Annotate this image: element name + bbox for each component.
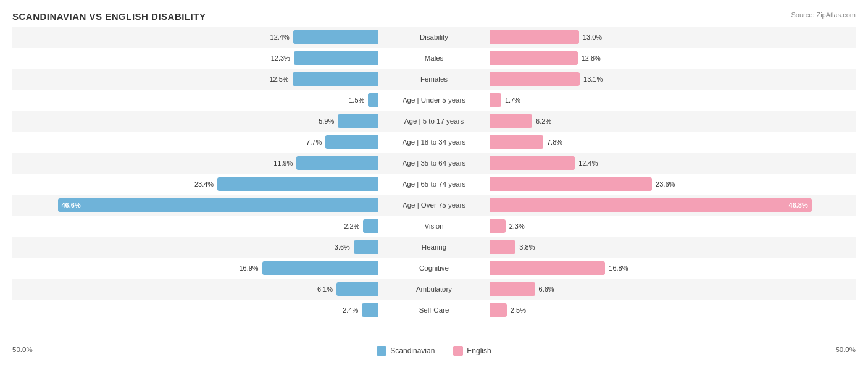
bar-section: 7.7% Age | 18 to 34 years 7.8%: [12, 132, 856, 153]
right-side: 13.0%: [490, 27, 856, 48]
table-row: 46.6% Age | Over 75 years 46.8%: [12, 195, 856, 216]
table-row: 11.9% Age | 35 to 64 years 12.4%: [12, 153, 856, 174]
bar-left: 7.7%: [325, 135, 378, 149]
left-value: 23.4%: [194, 180, 214, 188]
right-side: 23.6%: [490, 174, 856, 195]
bar-left: 12.3%: [294, 51, 378, 65]
left-side: 12.3%: [12, 48, 378, 69]
row-label: Cognitive: [378, 264, 490, 272]
bar-section: 16.9% Cognitive 16.8%: [12, 258, 856, 279]
right-side: 3.8%: [490, 237, 856, 258]
row-label: Ambulatory: [378, 285, 490, 293]
bar-section: 23.4% Age | 65 to 74 years 23.6%: [12, 174, 856, 195]
table-row: 12.4% Disability 13.0%: [12, 27, 856, 48]
right-value: 6.6%: [539, 285, 554, 293]
left-value: 2.4%: [343, 306, 358, 314]
bar-left: 3.6%: [354, 240, 378, 254]
scandinavian-swatch: [377, 346, 386, 356]
bar-right: 12.4%: [490, 156, 575, 170]
bar-left: 11.9%: [296, 156, 378, 170]
left-value: 12.4%: [270, 33, 290, 41]
bar-right: 12.8%: [490, 51, 578, 65]
scandinavian-label: Scandinavian: [390, 346, 435, 355]
left-value: 11.9%: [273, 159, 293, 167]
right-side: 1.7%: [490, 90, 856, 111]
right-value: 13.0%: [583, 33, 602, 41]
row-label: Disability: [378, 33, 490, 41]
legend: Scandinavian English: [377, 346, 491, 356]
row-label: Age | Over 75 years: [378, 201, 490, 209]
left-value: 5.9%: [319, 117, 334, 125]
table-row: 1.5% Age | Under 5 years 1.7%: [12, 90, 856, 111]
bar-section: 1.5% Age | Under 5 years 1.7%: [12, 90, 856, 111]
bar-left: 23.4%: [217, 177, 378, 191]
bar-left: 5.9%: [338, 114, 378, 128]
bar-right: 13.0%: [490, 30, 579, 44]
english-label: English: [467, 346, 491, 355]
table-row: 2.2% Vision 2.3%: [12, 216, 856, 237]
left-side: 5.9%: [12, 111, 378, 132]
bar-section: 3.6% Hearing 3.8%: [12, 237, 856, 258]
right-side: 7.8%: [490, 132, 856, 153]
right-side: 13.1%: [490, 69, 856, 90]
left-value: 2.2%: [344, 222, 359, 230]
bar-section: 5.9% Age | 5 to 17 years 6.2%: [12, 111, 856, 132]
bar-section: 12.5% Females 13.1%: [12, 69, 856, 90]
right-value: 12.4%: [578, 159, 598, 167]
right-value: 7.8%: [547, 138, 562, 146]
bar-left: 6.1%: [336, 282, 378, 296]
right-value: 2.3%: [509, 222, 525, 230]
table-row: 12.3% Males 12.8%: [12, 48, 856, 69]
right-value: 2.5%: [511, 306, 526, 314]
bar-right: 2.3%: [490, 219, 506, 233]
bar-right: 46.8%: [490, 198, 812, 212]
row-label: Age | Under 5 years: [378, 96, 490, 104]
bar-section: 12.3% Males 12.8%: [12, 48, 856, 69]
chart-title: SCANDINAVIAN VS ENGLISH DISABILITY: [12, 11, 856, 22]
table-row: 2.4% Self-Care 2.5%: [12, 300, 856, 321]
left-value: 3.6%: [335, 243, 350, 251]
right-value: 12.8%: [582, 54, 601, 62]
bar-right: 1.7%: [490, 93, 501, 107]
bar-left: 2.4%: [362, 303, 378, 317]
bar-right: 16.8%: [490, 261, 605, 275]
table-row: 12.5% Females 13.1%: [12, 69, 856, 90]
right-value: 23.6%: [656, 180, 675, 188]
bar-section: 2.2% Vision 2.3%: [12, 216, 856, 237]
right-value: 46.8%: [789, 201, 808, 209]
chart-container: SCANDINAVIAN VS ENGLISH DISABILITY Sourc…: [0, 0, 868, 378]
right-value: 13.1%: [583, 75, 603, 83]
right-side: 2.3%: [490, 216, 856, 237]
left-side: 46.6%: [12, 195, 378, 216]
bar-right: 7.8%: [490, 135, 543, 149]
right-value: 1.7%: [505, 96, 520, 104]
axis-left-label: 50.0%: [12, 346, 33, 356]
axis-right-label: 50.0%: [835, 346, 856, 356]
bar-right: 2.5%: [490, 303, 507, 317]
left-side: 1.5%: [12, 90, 378, 111]
bar-right: 3.8%: [490, 240, 515, 254]
bar-left: 46.6%: [58, 198, 379, 212]
table-row: 16.9% Cognitive 16.8%: [12, 258, 856, 279]
right-side: 6.2%: [490, 111, 856, 132]
legend-english: English: [453, 346, 491, 356]
left-value: 46.6%: [62, 201, 81, 209]
left-value: 7.7%: [306, 138, 322, 146]
left-side: 2.4%: [12, 300, 378, 321]
left-side: 16.9%: [12, 258, 378, 279]
bar-right: 6.2%: [490, 114, 532, 128]
bar-left: 2.2%: [363, 219, 378, 233]
right-side: 12.4%: [490, 153, 856, 174]
right-value: 6.2%: [536, 117, 551, 125]
left-side: 6.1%: [12, 279, 378, 300]
left-side: 12.4%: [12, 27, 378, 48]
row-label: Age | 35 to 64 years: [378, 159, 490, 167]
bar-section: 12.4% Disability 13.0%: [12, 27, 856, 48]
left-value: 1.5%: [349, 96, 364, 104]
left-side: 23.4%: [12, 174, 378, 195]
left-value: 16.9%: [239, 264, 258, 272]
table-row: 23.4% Age | 65 to 74 years 23.6%: [12, 174, 856, 195]
table-row: 5.9% Age | 5 to 17 years 6.2%: [12, 111, 856, 132]
left-side: 3.6%: [12, 237, 378, 258]
left-side: 11.9%: [12, 153, 378, 174]
